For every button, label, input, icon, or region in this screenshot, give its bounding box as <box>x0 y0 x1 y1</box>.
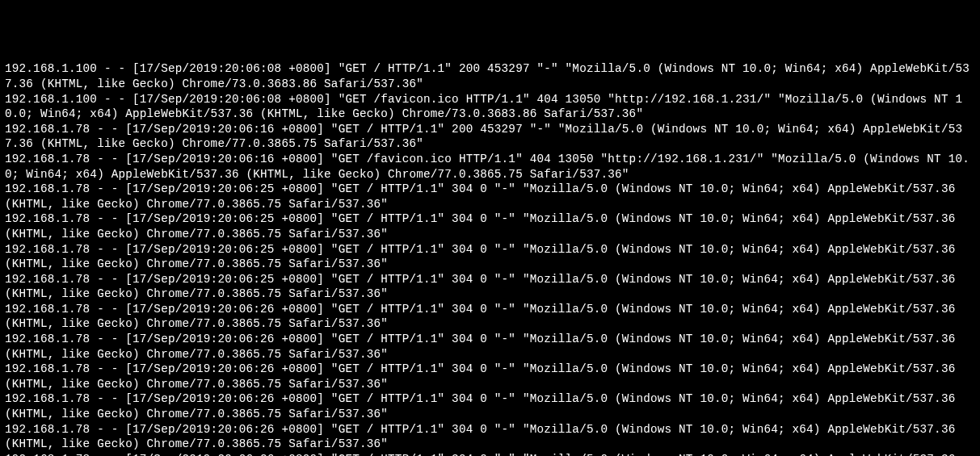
log-entry: 192.168.1.78 - - [17/Sep/2019:20:06:25 +… <box>5 273 962 301</box>
log-entry: 192.168.1.78 - - [17/Sep/2019:20:06:26 +… <box>5 423 962 451</box>
log-entry: 192.168.1.100 - - [17/Sep/2019:20:06:08 … <box>5 62 969 90</box>
log-entry: 192.168.1.78 - - [17/Sep/2019:20:06:26 +… <box>5 453 962 456</box>
log-entry: 192.168.1.78 - - [17/Sep/2019:20:06:25 +… <box>5 212 962 241</box>
log-entry: 192.168.1.78 - - [17/Sep/2019:20:06:16 +… <box>5 123 962 151</box>
log-entry: 192.168.1.78 - - [17/Sep/2019:20:06:26 +… <box>5 392 962 420</box>
log-entry: 192.168.1.78 - - [17/Sep/2019:20:06:16 +… <box>5 153 969 181</box>
log-entry: 192.168.1.78 - - [17/Sep/2019:20:06:26 +… <box>5 333 962 361</box>
log-entry: 192.168.1.78 - - [17/Sep/2019:20:06:26 +… <box>5 303 962 331</box>
log-entry: 192.168.1.78 - - [17/Sep/2019:20:06:25 +… <box>5 243 962 271</box>
log-entry: 192.168.1.100 - - [17/Sep/2019:20:06:08 … <box>5 93 962 121</box>
log-entry: 192.168.1.78 - - [17/Sep/2019:20:06:25 +… <box>5 182 962 211</box>
log-entry: 192.168.1.78 - - [17/Sep/2019:20:06:26 +… <box>5 362 962 391</box>
terminal-log-output[interactable]: 192.168.1.100 - - [17/Sep/2019:20:06:08 … <box>5 61 975 456</box>
